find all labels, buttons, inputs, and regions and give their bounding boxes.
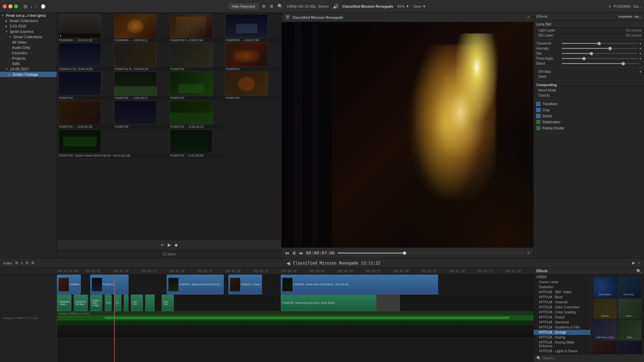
clip-small-8[interactable]	[145, 295, 155, 311]
clip-small-3[interactable]: P1000...Girto Ledge...	[90, 295, 102, 311]
zoom-level[interactable]: 55% ▼	[397, 4, 409, 8]
dot-icon[interactable]: ●	[639, 52, 641, 55]
effects-item-360[interactable]: HITFILM - 360° Video	[534, 290, 590, 295]
list-item[interactable]: P1000709 - ...0:00;17;08	[225, 14, 280, 42]
list-item[interactable]: P1000702 F...0:00;07;04	[170, 14, 225, 42]
effect-thumb-flicker[interactable]: Flicker	[593, 299, 617, 319]
clip-p1000718[interactable]: P1000718 - Bridge to Hell (00;00;27;11 -…	[167, 275, 224, 294]
play-icon[interactable]: ▶	[168, 242, 171, 247]
clip-drone-lower[interactable]: P1000739 - Drone Vision (01;22;04 - 00;0…	[281, 295, 376, 311]
list-item[interactable]	[225, 129, 280, 158]
fullscreen-icon[interactable]: ⤢	[527, 251, 530, 255]
effects-search-input[interactable]	[543, 356, 641, 360]
effects-item-lights[interactable]: HITFILM - Lights & Flares	[534, 349, 590, 354]
close-button[interactable]	[3, 4, 7, 8]
next-frame-icon[interactable]: ⏭	[299, 251, 303, 255]
clip-grey[interactable]	[376, 295, 400, 311]
collapse-icon[interactable]: ⤢	[638, 261, 641, 265]
light-layer-value[interactable]: No source	[626, 28, 641, 32]
expand-icon[interactable]: ⤢	[527, 15, 530, 19]
view-button[interactable]: View ▼	[413, 4, 426, 8]
search-icon[interactable]: 🔍	[636, 269, 641, 274]
effects-item-blurs[interactable]: HITFILM - Blurs	[534, 295, 590, 300]
audio-track-2[interactable]	[57, 325, 533, 338]
blur-slider[interactable]	[562, 53, 637, 54]
effects-item-generate[interactable]: HITFILM - Generate	[534, 320, 590, 325]
sidebar-item-ember-footage[interactable]: ▶ Ember Footage	[0, 72, 57, 77]
list-item[interactable]: P1000713	[170, 43, 225, 71]
clip-small-2[interactable]: P1000702 Fire Eye...	[74, 295, 88, 311]
sidebar-item-projects[interactable]: Projects	[0, 56, 57, 61]
effect-thumb-pixe[interactable]: Pixe...	[618, 342, 642, 354]
effects-item-distort[interactable]: HITFILM - Distort	[534, 315, 590, 320]
loop-icon[interactable]: ↩	[161, 242, 164, 247]
index-label[interactable]: Index	[3, 261, 12, 265]
list-item[interactable]: P1000739 - Drone Vision (00;00;58;18 - 0…	[58, 129, 169, 158]
video-track-2[interactable]: P1000695 - Back... P1000702 Fire Eye... …	[57, 295, 533, 311]
list-item[interactable]: ▶ P1000695 - ...0:00;12;20	[58, 14, 113, 42]
back-icon[interactable]: ◀	[286, 260, 290, 266]
effect-thumb-gran[interactable]: Gran...	[618, 299, 642, 319]
dot-icon[interactable]: ●	[639, 70, 641, 73]
effects-item-channel[interactable]: HITFILM - Channel	[534, 300, 590, 305]
sidebar-item-smart-collections-top[interactable]: ▶ Smart Collections	[0, 18, 57, 23]
sidebar-item-smart-collections[interactable]: ▼ Smart Collections	[0, 34, 57, 40]
stabilization-checkbox[interactable]	[536, 120, 540, 124]
hide-rejected-button[interactable]: Hide Rejected	[229, 3, 258, 9]
clip-small-9[interactable]: P50... 728	[162, 295, 174, 311]
library-icon[interactable]: ⊞	[23, 4, 28, 9]
effects-cat-video[interactable]: VIDEO	[534, 275, 590, 280]
mark-icon[interactable]: ◆	[174, 242, 178, 247]
filter-icon[interactable]: ⊕	[262, 4, 266, 9]
effects-item-grunge[interactable]: HITFILM - Grunge	[534, 330, 590, 335]
search-icon[interactable]: 🔍	[277, 4, 283, 9]
sidebar-item-ignite[interactable]: ▼ Ignite Express	[0, 29, 57, 34]
list-item[interactable]: P1000716	[58, 72, 113, 100]
clip-small-6[interactable]	[124, 295, 128, 311]
fullscreen-button[interactable]	[14, 4, 18, 8]
threshold-slider[interactable]	[562, 43, 637, 44]
list-item[interactable]: P1000715	[225, 43, 280, 71]
distort-checkbox[interactable]: ✓	[536, 114, 540, 118]
list-item[interactable]: P1000738	[114, 101, 169, 129]
play-pause-icon[interactable]: ⏸	[292, 250, 297, 256]
effects-item-keying[interactable]: HITFILM - Keying	[534, 335, 590, 340]
blend-slider[interactable]	[562, 63, 639, 64]
sidebar-item-library[interactable]: ▼ Final cut p...t test (pro)	[0, 13, 57, 18]
effects-item-gradients[interactable]: HITFILM - Gradients & Fills	[534, 325, 590, 330]
list-item[interactable]: P1000739 - ...0:01;36;06	[170, 129, 225, 158]
preview-video[interactable]	[282, 22, 533, 247]
import-icon[interactable]: ↓	[30, 4, 33, 9]
share-icon[interactable]: ↑	[35, 4, 38, 9]
effect-thumb-jitter[interactable]: Jitter	[618, 320, 642, 340]
pivot-slider[interactable]	[562, 58, 637, 59]
video-track-1[interactable]: P1000699 - LightM... P1000712... P100071…	[57, 275, 533, 295]
audio-icon[interactable]: 🔊	[333, 4, 338, 9]
clip-p1000731[interactable]: P1000731 - Explosion...	[228, 275, 262, 294]
clip-small-5[interactable]: P1...	[114, 295, 121, 311]
toggle-icon[interactable]: ≡	[609, 4, 611, 8]
clip-small-7[interactable]: P10... 723	[131, 295, 143, 311]
list-item[interactable]: P1000712 R...0:00;20;10	[114, 43, 169, 71]
effect-thumb-film-dar[interactable]: Film Dar...	[618, 277, 642, 297]
list-item[interactable]: P1000730	[225, 72, 280, 100]
effect-thumb-noise[interactable]: Noise	[593, 342, 617, 354]
clock-icon[interactable]: ⌚	[40, 4, 46, 9]
layout-icon-2[interactable]: ≡	[21, 261, 23, 265]
sidebar-item-date2[interactable]: ▼ 14-06-2017	[0, 66, 57, 72]
list-item[interactable]: P1000699 - ...0:00;03;11	[114, 14, 169, 42]
rolling-shutter-checkbox[interactable]	[536, 126, 540, 130]
sidebar-item-date1[interactable]: ▶ 3-03-2016	[0, 23, 57, 29]
transform-checkbox[interactable]: ✓	[536, 102, 540, 106]
dot-icon[interactable]: ●	[639, 42, 641, 45]
list-item[interactable]: P1000731 - ...0:00;45;09	[58, 101, 113, 129]
playhead[interactable]	[114, 275, 115, 362]
list-item[interactable]: P1000723	[170, 72, 225, 100]
clip-p1000699[interactable]: P1000699 - LightM...	[57, 275, 81, 294]
grid-icon[interactable]: ⊞	[270, 4, 273, 9]
effects-item-distortion[interactable]: Distortion	[534, 285, 590, 290]
dot-icon[interactable]: ●	[639, 57, 641, 60]
prev-frame-icon[interactable]: ⏮	[285, 251, 289, 255]
clip-small-4[interactable]: P10...	[105, 295, 112, 311]
sidebar-item-all-video[interactable]: All Video	[0, 40, 57, 45]
